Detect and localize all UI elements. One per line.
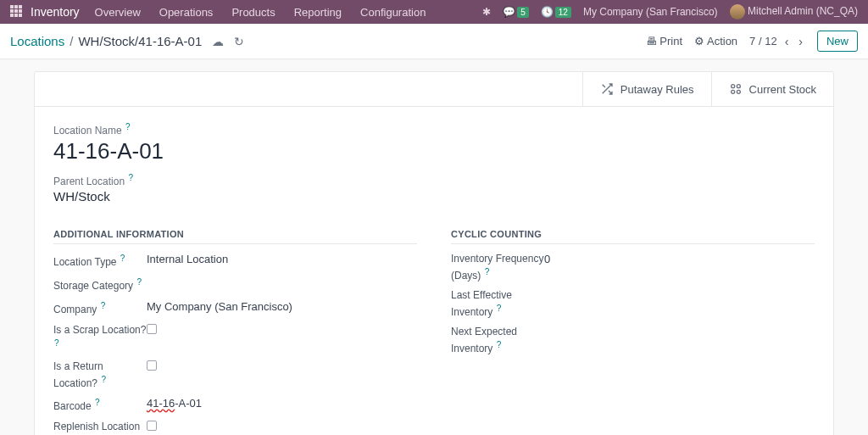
return-label: Is a Return Location? ?	[53, 360, 147, 390]
help-icon[interactable]: ?	[136, 277, 142, 287]
help-icon[interactable]: ?	[497, 304, 502, 313]
print-button[interactable]: 🖶 Print	[646, 35, 682, 47]
debug-icon[interactable]: ✱	[482, 6, 491, 18]
section-cyclic: CYCLIC COUNTING	[451, 229, 815, 244]
stat-buttons: Putaway Rules Current Stock	[35, 72, 833, 107]
storage-category-label: Storage Category ?	[53, 276, 147, 293]
apps-icon[interactable]	[10, 5, 24, 19]
form-sheet: Putaway Rules Current Stock Location Nam…	[34, 71, 834, 435]
help-icon[interactable]: ?	[101, 375, 106, 384]
svg-point-1	[737, 85, 740, 88]
location-name-value[interactable]: 41-16-A-01	[53, 138, 815, 165]
location-type-label: Location Type ?	[53, 253, 147, 270]
discard-icon[interactable]: ↻	[234, 35, 244, 48]
new-button[interactable]: New	[817, 31, 858, 52]
pager: 7 / 12 ‹ ›	[749, 33, 805, 50]
company-switcher[interactable]: My Company (San Francisco)	[583, 6, 718, 18]
messages-icon[interactable]: 💬5	[503, 6, 529, 18]
top-nav: Inventory Overview Operations Products R…	[0, 0, 868, 24]
activities-icon[interactable]: 🕓12	[541, 6, 571, 18]
replenish-checkbox[interactable]	[147, 421, 157, 431]
shuffle-icon	[600, 82, 614, 96]
scrap-checkbox[interactable]	[147, 324, 157, 334]
return-checkbox[interactable]	[147, 360, 157, 371]
menu-configuration[interactable]: Configuration	[360, 6, 426, 19]
inventory-frequency-value[interactable]: 0	[544, 253, 550, 265]
help-icon[interactable]: ?	[497, 340, 502, 349]
form-body: Location Name ? 41-16-A-01 Parent Locati…	[35, 107, 833, 435]
help-icon[interactable]: ?	[120, 254, 125, 263]
menu-operations[interactable]: Operations	[159, 6, 214, 19]
help-icon[interactable]: ?	[125, 122, 131, 131]
barcode-label: Barcode ?	[53, 397, 147, 414]
menu-overview[interactable]: Overview	[95, 6, 141, 19]
breadcrumb-link[interactable]: Locations	[10, 34, 64, 48]
help-icon[interactable]: ?	[485, 267, 490, 276]
parent-location-value[interactable]: WH/Stock	[53, 189, 815, 204]
toolbar: Locations / WH/Stock/41-16-A-01 ☁ ↻ 🖶 Pr…	[0, 24, 868, 59]
location-type-value[interactable]: Internal Location	[147, 253, 228, 265]
main-menu: Overview Operations Products Reporting C…	[95, 6, 483, 19]
help-icon[interactable]: ?	[128, 173, 133, 182]
avatar	[730, 4, 745, 20]
company-label: Company ?	[53, 300, 147, 317]
inventory-frequency-label: Inventory Frequency (Days) ?	[451, 253, 544, 282]
toolbar-actions: 🖶 Print ⚙ Action 7 / 12 ‹ › New	[646, 31, 858, 52]
cloud-icon[interactable]: ☁	[212, 35, 224, 48]
boxes-icon	[729, 82, 743, 96]
col-additional: ADDITIONAL INFORMATION Location Type ?In…	[53, 217, 417, 435]
replenish-label: Replenish Location ?	[53, 421, 147, 435]
menu-products[interactable]: Products	[231, 6, 275, 19]
help-icon[interactable]: ?	[95, 398, 100, 407]
help-icon[interactable]: ?	[101, 301, 106, 310]
parent-location-label: Parent Location ?	[53, 173, 815, 187]
next-expected-label: Next Expected Inventory ?	[451, 326, 544, 355]
company-value[interactable]: My Company (San Francisco)	[147, 300, 292, 313]
breadcrumb: Locations / WH/Stock/41-16-A-01 ☁ ↻	[10, 34, 244, 48]
pager-prev-icon[interactable]: ‹	[782, 33, 792, 50]
app-brand[interactable]: Inventory	[31, 5, 80, 19]
svg-point-0	[731, 85, 734, 88]
section-additional: ADDITIONAL INFORMATION	[53, 229, 417, 244]
tab-putaway-rules[interactable]: Putaway Rules	[582, 72, 711, 106]
scrap-label: Is a Scrap Location? ?	[53, 324, 147, 354]
location-name-label: Location Name ?	[53, 122, 815, 137]
pager-next-icon[interactable]: ›	[796, 33, 805, 50]
menu-reporting[interactable]: Reporting	[294, 6, 342, 19]
svg-point-3	[737, 90, 740, 93]
breadcrumb-sep: /	[70, 34, 73, 48]
last-effective-label: Last Effective Inventory ?	[451, 289, 544, 319]
action-button[interactable]: ⚙ Action	[694, 35, 737, 47]
user-menu[interactable]: Mitchell Admin (NC_QA)	[730, 4, 858, 20]
pager-text: 7 / 12	[749, 35, 777, 47]
breadcrumb-current: WH/Stock/41-16-A-01	[78, 34, 202, 48]
svg-point-2	[731, 90, 734, 93]
tab-current-stock[interactable]: Current Stock	[711, 72, 833, 106]
nav-right: ✱ 💬5 🕓12 My Company (San Francisco) Mitc…	[482, 4, 858, 20]
col-cyclic: CYCLIC COUNTING Inventory Frequency (Day…	[451, 217, 815, 435]
barcode-value[interactable]: 41-16-A-01	[147, 397, 202, 410]
help-icon[interactable]: ?	[54, 338, 59, 348]
